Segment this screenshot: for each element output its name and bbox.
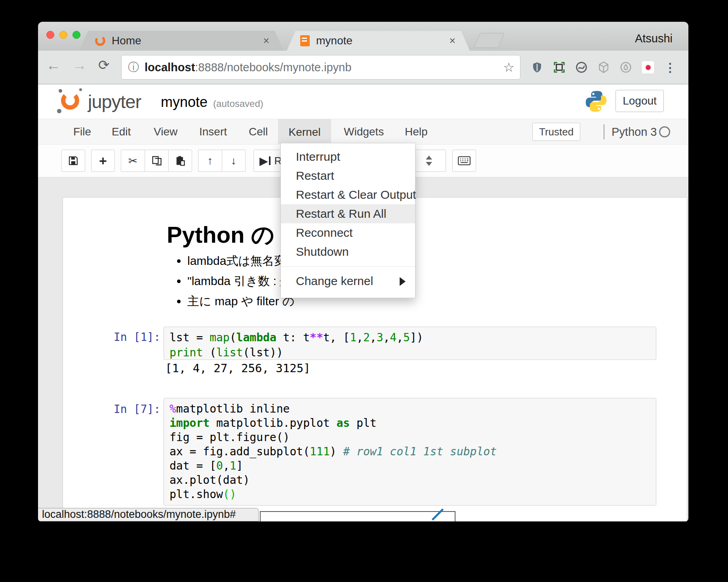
add-cell-button[interactable]: + (91, 150, 115, 172)
kernel-name: Python 3 (612, 126, 657, 139)
tab-mynote-label: mynote (316, 34, 353, 47)
command-palette-button[interactable] (452, 150, 476, 172)
url-text: localhost:8888/notebooks/mynote.ipynb (145, 61, 351, 74)
menu-edit[interactable]: Edit (112, 126, 131, 138)
kernel-menu-reconnect[interactable]: Reconnect (281, 223, 415, 242)
tab-home[interactable]: Home × (79, 31, 284, 51)
close-window-button[interactable] (46, 31, 54, 39)
browser-tab-strip: Home × mynote × Atsushi (38, 22, 688, 51)
notebook-favicon-icon (300, 35, 310, 46)
jupyter-logo-text[interactable]: jupyter (88, 91, 141, 112)
code-line: print (list(lst)) (170, 345, 650, 360)
url-host: localhost (145, 61, 195, 74)
jupyter-logo-dot (59, 89, 62, 93)
run-icon-bar (269, 156, 271, 165)
notebook-title[interactable]: mynote(autosaved) (161, 94, 263, 110)
move-cell-up-button[interactable]: ↑ (198, 150, 222, 172)
input-prompt: In [7]: (109, 403, 160, 416)
save-button[interactable] (61, 150, 85, 172)
keyboard-icon (458, 156, 471, 165)
jupyter-header: jupyter mynote(autosaved) Logout (38, 84, 688, 119)
drop-circle-extension-icon[interactable] (619, 61, 633, 74)
code-line: fig = plt.figure() (170, 430, 650, 445)
cut-cell-button[interactable]: ✂ (121, 150, 145, 172)
jupyter-logo-dot (79, 88, 82, 91)
url-path: :8888/notebooks/mynote.ipynb (195, 61, 351, 74)
python-logo-icon (584, 89, 608, 114)
extension-icons: ⋮ (530, 56, 677, 78)
browser-menu-icon[interactable]: ⋮ (663, 61, 677, 74)
copy-icon (151, 155, 162, 166)
tab-mynote[interactable]: mynote × (287, 31, 470, 51)
matplotlib-output-figure (260, 511, 455, 521)
reload-icon[interactable]: ⟳ (98, 57, 110, 73)
zoom-window-button[interactable] (72, 31, 80, 39)
code-line: ax = fig.add_subplot(111) # row1 col1 1s… (170, 445, 650, 459)
trusted-badge[interactable]: Trusted (532, 123, 580, 141)
submenu-arrow-icon (400, 277, 406, 286)
page-info-icon[interactable]: ⓘ (128, 60, 139, 75)
link-preview-tooltip: localhost:8888/notebooks/mynote.ipynb# (38, 508, 259, 521)
menu-help[interactable]: Help (405, 126, 428, 138)
code-line: dat = [0,1] (170, 459, 650, 473)
screenshot-canvas: Home × mynote × Atsushi ← → ⟳ ⓘ localhos… (0, 0, 728, 582)
code-line: %matplotlib inline (170, 402, 650, 416)
kernel-menu-shutdown[interactable]: Shutdown (281, 242, 415, 261)
move-cell-down-button[interactable]: ↓ (222, 150, 246, 172)
address-bar[interactable]: ⓘ localhost:8888/notebooks/mynote.ipynb … (121, 55, 520, 80)
paste-cell-button[interactable] (168, 150, 192, 172)
bullet-item: lambda式は無名変 (187, 251, 294, 271)
kernel-menu-restart-clear-output[interactable]: Restart & Clear Output (281, 185, 415, 204)
paste-icon (175, 155, 186, 166)
jupyter-logo-dot (57, 109, 61, 113)
menu-view[interactable]: View (154, 126, 177, 138)
browser-account-name: Atsushi (635, 32, 673, 45)
code-line: plt.show() (170, 487, 650, 502)
menu-cell[interactable]: Cell (249, 126, 268, 138)
code-cell-input[interactable]: lst = map(lambda t: t**t, [1,2,3,4,5]) p… (164, 327, 656, 360)
new-tab-button[interactable] (474, 33, 505, 48)
shield-extension-icon[interactable] (530, 61, 544, 74)
kernel-menu-restart-run-all[interactable]: Restart & Run All (281, 204, 415, 223)
autosave-status: (autosaved) (213, 98, 263, 109)
kernel-menu-restart[interactable]: Restart (281, 166, 415, 185)
code-line: ax.plot(dat) (170, 473, 650, 487)
cell-output-text: [1, 4, 27, 256, 3125] (165, 361, 311, 375)
floppy-icon (68, 155, 79, 166)
back-icon[interactable]: ← (46, 57, 61, 74)
code-line: lst = map(lambda t: t**t, [1,2,3,4,5]) (170, 330, 650, 345)
forward-icon[interactable]: → (72, 57, 87, 74)
wave-circle-extension-icon[interactable] (575, 61, 588, 74)
plot-line-segment (432, 508, 444, 520)
record-dot-icon (646, 65, 651, 70)
minimize-window-button[interactable] (59, 31, 67, 39)
code-cell-input[interactable]: %matplotlib inline import matplotlib.pyp… (164, 398, 656, 506)
menu-insert[interactable]: Insert (199, 126, 227, 138)
jupyter-favicon-icon (94, 35, 106, 46)
copy-cell-button[interactable] (145, 150, 168, 172)
cell-type-select[interactable] (415, 150, 446, 172)
screenshot-extension-icon[interactable] (553, 61, 566, 74)
bookmark-star-icon[interactable]: ☆ (503, 60, 515, 75)
code-line: import matplotlib.pyplot as plt (170, 416, 650, 430)
cube-extension-icon[interactable] (597, 61, 610, 74)
notebook-menubar: File Edit View Insert Cell Kernel Widget… (38, 119, 688, 145)
menu-kernel[interactable]: Kernel (278, 119, 331, 145)
logout-button[interactable]: Logout (616, 90, 664, 112)
bullet-item: 主に map や filter の (187, 291, 294, 311)
kernel-menu-interrupt[interactable]: Interrupt (281, 147, 415, 166)
recorder-extension-icon[interactable] (641, 61, 655, 74)
kernel-separator (604, 124, 604, 139)
tab-home-close-icon[interactable]: × (263, 35, 269, 47)
bullet-item: "lambda 引き数 : 処 (187, 271, 294, 291)
kernel-status-icon (659, 126, 670, 137)
menu-file[interactable]: File (73, 126, 91, 138)
browser-window: Home × mynote × Atsushi ← → ⟳ ⓘ localhos… (38, 22, 688, 521)
run-icon: ▶ (259, 154, 268, 167)
tab-mynote-close-icon[interactable]: × (449, 35, 455, 47)
kernel-menu-change-kernel[interactable]: Change kernel (281, 267, 415, 295)
kernel-dropdown-menu: Interrupt Restart Restart & Clear Output… (280, 143, 415, 298)
menu-widgets[interactable]: Widgets (344, 126, 384, 138)
jupyter-logo-icon[interactable] (61, 91, 79, 110)
markdown-bullet-list: lambda式は無名変 "lambda 引き数 : 処 主に map や fil… (187, 251, 294, 311)
